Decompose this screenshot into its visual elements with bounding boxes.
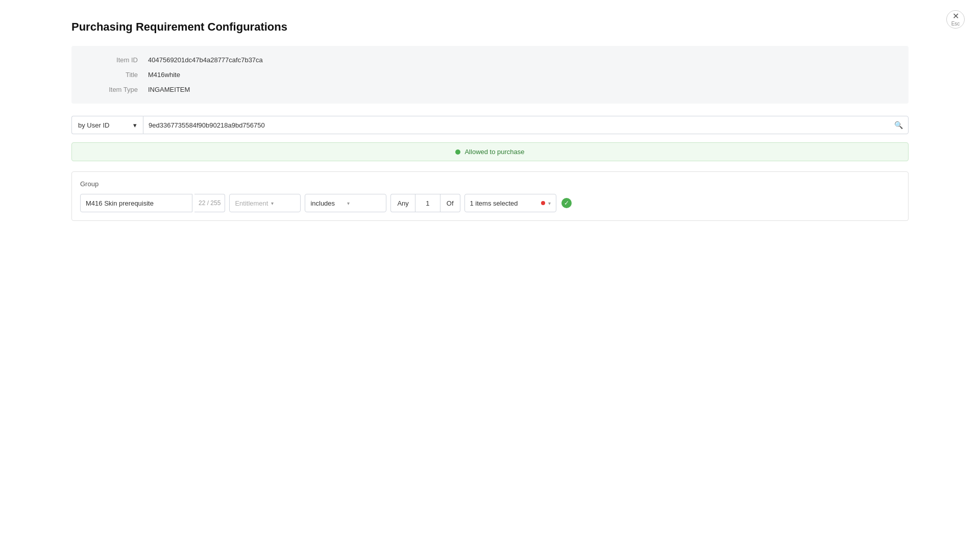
green-check-icon: ✓ [561, 198, 572, 208]
char-count: 22 / 255 [194, 194, 225, 212]
status-text: Allowed to purchase [464, 148, 524, 156]
item-type-value: INGAMEITEM [148, 86, 190, 93]
chevron-down-icon: ▾ [548, 201, 551, 206]
title-label: Title [92, 71, 138, 79]
any-label: Any [390, 194, 414, 212]
search-icon-button[interactable]: 🔍 [894, 121, 903, 129]
of-label: Of [440, 194, 460, 212]
item-id-value: 4047569201dc47b4a28777cafc7b37ca [148, 56, 263, 64]
item-id-label: Item ID [92, 56, 138, 64]
entitlement-placeholder: Entitlement [235, 199, 268, 207]
close-button[interactable]: ✕ Esc [946, 10, 965, 29]
title-row: Title M416white [92, 71, 888, 79]
search-row: by User ID ▾ 🔍 [71, 116, 909, 134]
chevron-down-icon: ▾ [271, 201, 295, 206]
group-label: Group [80, 180, 900, 188]
page-title: Purchasing Requirement Configurations [71, 20, 909, 34]
includes-dropdown[interactable]: includes ▾ [305, 194, 386, 212]
quantity-group: Any Of [390, 194, 460, 212]
title-value: M416white [148, 71, 180, 79]
close-esc-label: Esc [951, 21, 960, 27]
entitlement-dropdown[interactable]: Entitlement ▾ [229, 194, 301, 212]
info-card: Item ID 4047569201dc47b4a28777cafc7b37ca… [71, 46, 909, 104]
includes-value: includes [310, 199, 344, 207]
group-row: 22 / 255 Entitlement ▾ includes ▾ Any Of… [80, 194, 900, 212]
search-type-value: by User ID [78, 121, 109, 129]
main-container: Purchasing Requirement Configurations It… [0, 0, 980, 241]
close-x-icon: ✕ [952, 12, 959, 20]
search-input-wrap: 🔍 [143, 116, 909, 134]
group-name-input[interactable] [80, 194, 192, 212]
item-id-row: Item ID 4047569201dc47b4a28777cafc7b37ca [92, 56, 888, 64]
red-dot-icon [541, 201, 545, 205]
group-card: Group 22 / 255 Entitlement ▾ includes ▾ … [71, 171, 909, 221]
items-selected-group: 1 items selected ▾ ✓ [464, 194, 572, 212]
item-type-row: Item Type INGAMEITEM [92, 86, 888, 93]
status-bar: Allowed to purchase [71, 142, 909, 161]
search-input[interactable] [143, 116, 908, 134]
chevron-down-icon: ▾ [133, 121, 137, 129]
search-type-dropdown[interactable]: by User ID ▾ [71, 116, 143, 134]
item-type-label: Item Type [92, 86, 138, 93]
chevron-down-icon: ▾ [347, 201, 381, 206]
status-dot-icon [455, 149, 460, 155]
items-selected-label: 1 items selected [470, 199, 538, 207]
quantity-input[interactable] [415, 194, 440, 212]
items-selected-dropdown[interactable]: 1 items selected ▾ [464, 194, 556, 212]
